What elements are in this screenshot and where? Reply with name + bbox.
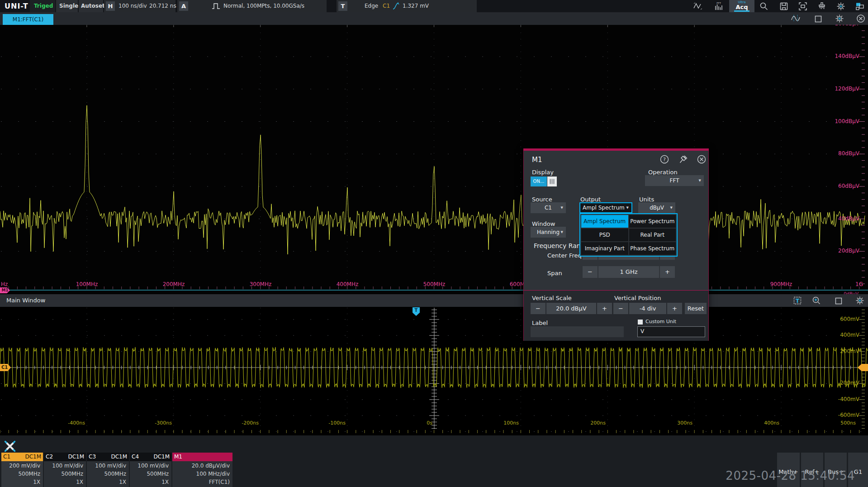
main-window-frame-icon[interactable] [834,296,844,306]
svg-text:?: ? [663,157,666,162]
fft-x-axis-label: 100MHz [71,281,103,287]
units-select[interactable]: dBµV ▼ [638,202,675,213]
screenshot-icon[interactable] [798,1,808,11]
channel-card-c2[interactable]: C2DC1M100 mV/div500MHz1X [44,453,86,487]
label-input[interactable] [531,326,624,337]
save-icon[interactable] [779,1,789,11]
main-trace [0,307,868,435]
trigger-segment[interactable]: T Edge C1 1.327 mV [337,0,477,12]
operation-select[interactable]: FFT ▼ [645,175,704,186]
windows-layout-icon[interactable] [855,1,865,11]
channel-card-c1[interactable]: C1DC1M200 mV/div500MHz1X [1,453,43,487]
unit-input-value: V [640,328,644,334]
main-window-title: Main Window [6,297,45,304]
acquire-info: Normal, 100MPts, 10.00GSa/s [223,3,304,9]
horizontal-segment[interactable]: H 100 ns/div 20.712 ns [104,0,175,12]
output-option-phase-spectrum[interactable]: Phase Spectrum [629,242,676,255]
autoset-button[interactable]: Autoset [79,0,103,12]
fft-plot-area[interactable]: 160dBµV140dBµV120dBµV100dBµV80dBµV60dBµV… [0,25,868,294]
fft-x-axis-label: 200MHz [158,281,190,287]
zoom-in-icon[interactable] [811,296,821,306]
help-icon[interactable]: ? [659,154,669,164]
window-select[interactable]: Hanning ▼ [531,227,566,238]
span-decrement[interactable]: − [583,266,598,278]
window-label: Window [532,220,555,227]
channel-card-m1[interactable]: M120.0 dBµV/div100 MHz/divFFT(C1) [172,453,232,487]
main-settings-gear-icon[interactable] [855,296,865,306]
main-v-axis-label: -200mV [825,380,859,386]
fft-y-axis-label: 120dBµV [825,86,859,92]
vscale-decrement[interactable]: − [531,303,545,314]
fft-x-axis-label: 900MHz [765,281,797,287]
settings-gear-icon[interactable] [836,1,846,11]
channel-setting: 100 mV/div [95,463,126,469]
cursor-waveform-icon[interactable] [791,14,801,24]
trigger-label-icon[interactable]: T [792,296,802,306]
vpos-increment[interactable]: + [667,303,682,314]
channel-setting: 1X [76,479,83,485]
vpos-decrement[interactable]: − [613,303,628,314]
output-value: Ampl Spectrum [583,205,625,211]
custom-unit-checkbox[interactable] [638,320,643,325]
output-select[interactable]: Ampl Spectrum ▼ [579,202,632,213]
display-toggle[interactable]: ON... [531,177,557,186]
output-option-psd[interactable]: PSD [581,229,628,241]
channel-setting: FFT(C1) [209,479,230,485]
main-t-axis-label: -400ns [57,420,85,426]
fft-icon[interactable]: FFT [714,1,724,11]
vscale-increment[interactable]: + [597,303,612,314]
main-plot-area[interactable]: 800mV600mV400mV200mV-200mV-400mV-600mV-4… [0,307,868,435]
fft-y-axis-label: 140dBµV [825,53,859,59]
pan-waveform-icon[interactable] [693,1,703,11]
single-button[interactable]: Single [56,0,78,12]
source-label: Source [532,196,552,203]
reset-button[interactable]: Reset [685,303,707,314]
main-t-axis-label: 200ns [578,420,606,426]
fft-settings-gear-icon[interactable] [835,14,844,24]
clear-brush-icon[interactable] [817,1,827,11]
dialog-divider [524,290,708,291]
channel-id: C4 [132,454,139,460]
chevron-down-icon: ▼ [626,203,629,212]
pin-icon[interactable] [678,154,688,164]
units-label: Units [639,196,654,203]
source-select[interactable]: C1 ▼ [531,202,566,213]
close-fft-window-icon[interactable] [856,14,866,24]
output-option-power-spectrum[interactable]: Power Spectrum [629,215,676,228]
chevron-down-icon: ▼ [670,202,673,213]
fft-x-axis-label: 500MHz [418,281,450,287]
chevron-down-icon: ▼ [561,227,563,238]
channel-id: M1 [174,454,182,460]
rising-edge-icon [392,1,401,10]
tab-m1-fft[interactable]: M1:FFT(C1) [3,14,53,25]
channel-card-c4[interactable]: C4DC1M100 mV/div500MHz1X [130,453,171,487]
unit-input[interactable]: V [637,326,705,337]
window-frame-icon[interactable] [813,14,823,24]
output-option-real-part[interactable]: Real Part [629,229,676,241]
chevron-down-icon: ▼ [699,175,701,186]
vertical-scale-label: Vertical Scale [532,295,572,301]
close-dialog-icon[interactable] [697,154,707,164]
channel-card-c3[interactable]: C3DC1M100 mV/div500MHz1X [87,453,129,487]
output-option-ampl-spectrum[interactable]: Ampl Spectrum [581,215,628,228]
channel-setting: 500MHz [147,471,169,477]
autoset-button-label: Autoset [81,3,105,9]
main-t-axis-label: -200ns [231,420,259,426]
crossed-pencils-icon[interactable] [4,440,16,453]
span-increment[interactable]: + [660,266,675,278]
dialog-accent-bar [523,148,709,151]
main-v-axis-label: 400mV [825,332,859,338]
search-icon[interactable] [759,1,769,11]
channel-setting: 500MHz [18,471,40,477]
acq-mode-button[interactable]: Ultra Acq [729,0,754,12]
fft-y-axis-label: 80dBµV [825,150,859,157]
channel-id: C3 [89,454,96,460]
trigger-status: Triged [34,3,53,9]
channel-setting: 100 mV/div [52,463,83,469]
channel-setting: 1X [161,479,169,485]
output-option-imaginary-part[interactable]: Imaginary Part [581,242,628,255]
display-toggle-on: ON... [531,177,547,186]
main-v-axis-label: -400mV [825,396,859,402]
acquire-segment[interactable]: A Normal, 100MPts, 10.00GSa/s [177,0,327,12]
units-value: dBµV [650,205,664,211]
